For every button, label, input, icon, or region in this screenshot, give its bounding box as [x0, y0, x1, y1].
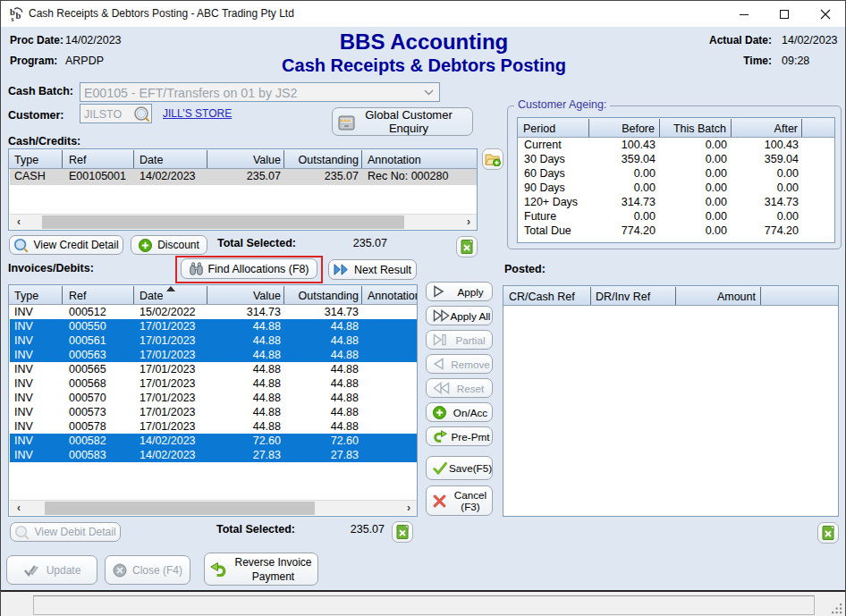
svg-text:s: s: [12, 15, 14, 22]
svg-text:b: b: [16, 11, 21, 21]
